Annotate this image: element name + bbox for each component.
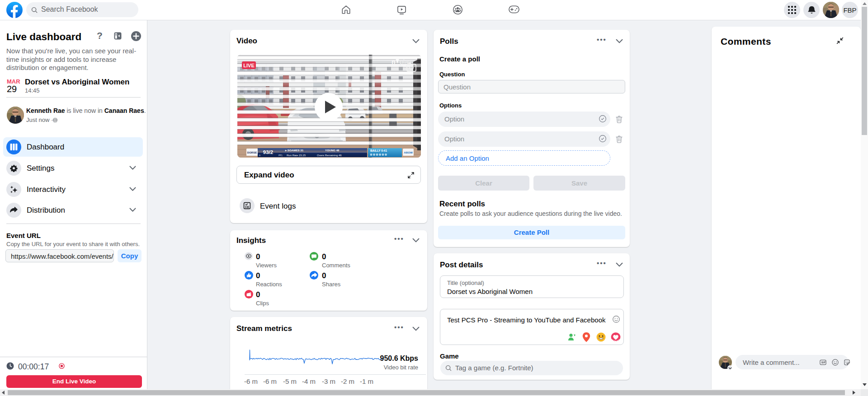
svg-text:Overs Remaining 46: Overs Remaining 46 <box>317 154 342 157</box>
svg-text:LIVE: LIVE <box>243 63 254 68</box>
svg-text:DORSE: DORSE <box>247 151 257 154</box>
svg-text:ABOW: ABOW <box>404 151 413 154</box>
svg-text:n: n <box>392 58 396 65</box>
svg-text:▸ SOAMES 31: ▸ SOAMES 31 <box>285 149 304 152</box>
svg-text:93/2: 93/2 <box>263 149 273 155</box>
svg-text:Run Rate 23.25: Run Rate 23.25 <box>287 154 306 157</box>
svg-text:PP1: PP1 <box>278 154 283 157</box>
svg-text:BAILLY 0-41: BAILLY 0-41 <box>370 149 387 152</box>
svg-text:YOUNG 48: YOUNG 48 <box>325 149 340 152</box>
